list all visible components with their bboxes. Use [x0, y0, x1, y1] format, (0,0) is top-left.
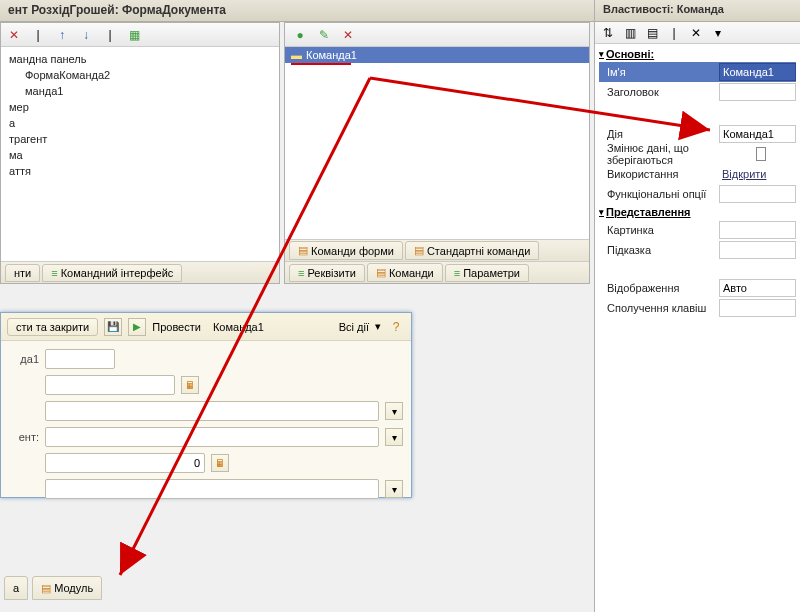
section-presentation[interactable]: Представлення	[599, 204, 796, 220]
save-icon[interactable]: 💾	[104, 318, 122, 336]
dropdown-icon[interactable]: ▾	[385, 402, 403, 420]
prop-label-usage: Використання	[599, 168, 715, 180]
up-icon[interactable]: ↑	[53, 26, 71, 44]
tree-item[interactable]: ФормаКоманда2	[5, 67, 275, 83]
calendar-icon[interactable]: 🖩	[181, 376, 199, 394]
cmd-list[interactable]: ▬ Команда1	[285, 47, 589, 239]
tree-item[interactable]: мандна панель	[5, 51, 275, 67]
commands-panel: ● ✎ ✕ ▬ Команда1 ▤Команди форми ▤Стандар…	[284, 22, 590, 284]
tab-form-commands[interactable]: ▤Команди форми	[289, 241, 403, 260]
delete-icon[interactable]: ✕	[339, 26, 357, 44]
list-icon: ≡	[298, 267, 304, 279]
prop-value-name[interactable]: Команда1	[719, 63, 796, 81]
form-body: да1 🖩 ▾ ент: ▾ 0 🖩	[1, 341, 411, 513]
doc-icon: ▤	[298, 244, 308, 257]
cmd-item-selected[interactable]: ▬ Команда1	[285, 47, 589, 63]
dropdown-icon[interactable]: ▾	[709, 24, 727, 42]
save-close-button[interactable]: сти та закрити	[7, 318, 98, 336]
tab-label: нти	[14, 267, 31, 279]
cmd1-label[interactable]: Команда1	[213, 321, 264, 333]
prop-value-display[interactable]: Авто	[719, 279, 796, 297]
tab-elements[interactable]: нти	[5, 264, 40, 282]
number-value: 0	[194, 457, 200, 469]
tab-label: Реквізити	[307, 267, 355, 279]
tree-item[interactable]: манда1	[5, 83, 275, 99]
prop-value-action[interactable]: Команда1	[719, 125, 796, 143]
filter-icon[interactable]: ▥	[621, 24, 639, 42]
tab-standard-commands[interactable]: ▤Стандартні команди	[405, 241, 539, 260]
tab-form[interactable]: а	[4, 576, 28, 600]
prop-value-funcopt[interactable]	[719, 185, 796, 203]
list-icon: ≡	[51, 267, 57, 279]
dropdown-icon[interactable]: ▾	[375, 320, 381, 333]
doc-icon: ▤	[376, 266, 386, 279]
prop-value-shortcut[interactable]	[719, 299, 796, 317]
tree-body[interactable]: мандна панель ФормаКоманда2 манда1 мер а…	[1, 47, 279, 261]
text-field[interactable]	[45, 375, 175, 395]
tab-command-interface[interactable]: ≡Командний інтерфейс	[42, 264, 182, 282]
categorize-icon[interactable]: ▤	[643, 24, 661, 42]
number-field[interactable]: 0	[45, 453, 205, 473]
cmd-tabs-row2: ≡Реквізити ▤Команди ≡Параметри	[285, 261, 589, 283]
tab-label: Параметри	[463, 267, 520, 279]
tree-item[interactable]: аття	[5, 163, 275, 179]
field-label: ент:	[9, 431, 39, 443]
tab-label: Модуль	[54, 582, 93, 594]
add-icon[interactable]: ●	[291, 26, 309, 44]
section-main[interactable]: Основні:	[599, 46, 796, 62]
prop-checkbox-changes[interactable]	[753, 145, 769, 163]
prop-value-picture[interactable]	[719, 221, 796, 239]
prop-label-funcopt: Функціональні опції	[599, 188, 715, 200]
down-icon[interactable]: ↓	[77, 26, 95, 44]
prop-label-display: Відображення	[599, 282, 715, 294]
table-icon[interactable]: ▦	[125, 26, 143, 44]
prop-label-action: Дія	[599, 128, 715, 140]
tree-tabs: нти ≡Командний інтерфейс	[1, 261, 279, 283]
cmd-icon: ▬	[291, 49, 302, 61]
cmd-toolbar: ● ✎ ✕	[285, 23, 589, 47]
separator: |	[101, 26, 119, 44]
list-icon: ≡	[454, 267, 460, 279]
prop-link-usage[interactable]: Відкрити	[719, 165, 796, 183]
text-field[interactable]	[45, 479, 379, 499]
properties-panel: Властивості: Команда ⇅ ▥ ▤ | ✕ ▾ Основні…	[594, 0, 800, 612]
tab-label: Команди форми	[311, 245, 394, 257]
delete-icon[interactable]: ✕	[5, 26, 23, 44]
tree-item[interactable]: мер	[5, 99, 275, 115]
tree-toolbar: ✕ | ↑ ↓ | ▦	[1, 23, 279, 47]
post-icon[interactable]: ▶	[128, 318, 146, 336]
tab-attributes[interactable]: ≡Реквізити	[289, 264, 365, 282]
edit-icon[interactable]: ✎	[315, 26, 333, 44]
calculator-icon[interactable]: 🖩	[211, 454, 229, 472]
separator: |	[665, 24, 683, 42]
help-icon[interactable]: ?	[387, 318, 405, 336]
sort-icon[interactable]: ⇅	[599, 24, 617, 42]
prop-label-hint: Підказка	[599, 244, 715, 256]
lower-tabs: а ▤Модуль	[0, 576, 102, 600]
cmd-label: Команда1	[306, 49, 357, 61]
top-panels: ✕ | ↑ ↓ | ▦ мандна панель ФормаКоманда2 …	[0, 22, 590, 284]
text-field[interactable]	[45, 349, 115, 369]
tree-item[interactable]: трагент	[5, 131, 275, 147]
close-icon[interactable]: ✕	[687, 24, 705, 42]
dropdown-icon[interactable]: ▾	[385, 480, 403, 498]
dropdown-icon[interactable]: ▾	[385, 428, 403, 446]
prop-value-title[interactable]	[719, 83, 796, 101]
separator: |	[29, 26, 47, 44]
annotation-underline	[291, 63, 351, 65]
cmd-tabs-row1: ▤Команди форми ▤Стандартні команди	[285, 239, 589, 261]
prop-value-hint[interactable]	[719, 241, 796, 259]
doc-icon: ▤	[414, 244, 424, 257]
tab-parameters[interactable]: ≡Параметри	[445, 264, 529, 282]
text-field[interactable]	[45, 401, 379, 421]
prop-label-shortcut: Сполучення клавіш	[599, 302, 715, 314]
all-actions-button[interactable]: Всі дії	[339, 321, 369, 333]
tab-label: Команди	[389, 267, 434, 279]
tree-item[interactable]: а	[5, 115, 275, 131]
properties-body: Основні: Ім'я Команда1 Заголовок Дія Ком…	[595, 44, 800, 320]
tree-item[interactable]: ма	[5, 147, 275, 163]
tab-module[interactable]: ▤Модуль	[32, 576, 102, 600]
text-field[interactable]	[45, 427, 379, 447]
tab-commands[interactable]: ▤Команди	[367, 263, 443, 282]
provesty-label[interactable]: Провести	[152, 321, 201, 333]
